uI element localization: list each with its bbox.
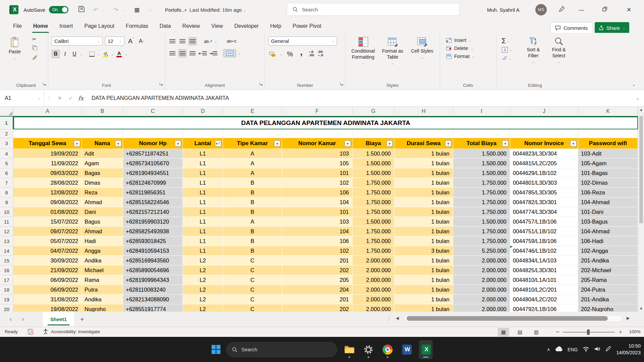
cell-E10[interactable]: B bbox=[223, 207, 282, 217]
filter-button-F[interactable]: ▾ bbox=[344, 140, 351, 146]
cell-C9[interactable]: +6285156224546 bbox=[123, 197, 183, 207]
cell-A1-merged-title[interactable]: DATA PELANGGAN APARTEMEN ADIWINATA JAKAR… bbox=[13, 117, 638, 129]
number-dialog-launcher[interactable] bbox=[340, 81, 343, 87]
cell-F19[interactable]: 201 bbox=[282, 295, 353, 304]
cell-J15[interactable]: 0044834/L1A/103 bbox=[510, 256, 578, 265]
cell-G16[interactable]: 2.000.000 bbox=[353, 265, 394, 275]
increase-decimal-icon[interactable]: ←0.00 bbox=[309, 51, 314, 57]
cell-D6[interactable]: L1 bbox=[183, 168, 223, 178]
row-header-14[interactable]: 14 bbox=[0, 246, 13, 256]
cell-J16[interactable]: 0044825/L3D/301 bbox=[510, 265, 578, 275]
cell-H15[interactable]: 1 bulan bbox=[394, 256, 453, 265]
font-color-icon[interactable]: A bbox=[115, 50, 123, 58]
column-header-B[interactable]: B bbox=[82, 107, 123, 117]
cell-K5[interactable]: 105-Agam bbox=[578, 159, 638, 168]
align-left-icon[interactable] bbox=[168, 49, 176, 57]
ribbon-tab-review[interactable]: Review bbox=[177, 19, 206, 33]
cell-A20[interactable]: 19/08/2022 bbox=[13, 304, 82, 312]
row-header-17[interactable]: 17 bbox=[0, 275, 13, 285]
settings-button[interactable] bbox=[362, 340, 375, 359]
alignment-dialog-launcher[interactable] bbox=[259, 81, 263, 87]
ribbon-tab-insert[interactable]: Insert bbox=[54, 19, 78, 33]
cell-C16[interactable]: +6285890054696 bbox=[123, 265, 183, 275]
pen-icon[interactable] bbox=[605, 346, 611, 353]
ribbon-tab-file[interactable]: File bbox=[7, 19, 28, 33]
filter-button-H[interactable]: ▾ bbox=[445, 140, 451, 146]
cell-H18[interactable]: 1 bulan bbox=[394, 285, 453, 295]
cell-C11[interactable]: +6281959903120 bbox=[123, 217, 183, 227]
page-break-view-icon[interactable]: ▥ bbox=[531, 328, 542, 337]
cell-F6[interactable]: 101 bbox=[282, 168, 353, 178]
cell-C13[interactable]: +628593018425 bbox=[123, 236, 183, 246]
cell-J18[interactable]: 0044810/L2C/201 bbox=[510, 285, 578, 295]
cell-G18[interactable]: 2.000.000 bbox=[353, 285, 394, 295]
cell-D20[interactable]: L2 bbox=[183, 304, 223, 312]
tabbar-more-icon[interactable]: ⋮ bbox=[386, 315, 391, 321]
cell-H9[interactable]: 1 bulan bbox=[394, 197, 453, 207]
cell-C12[interactable]: +6285825493938 bbox=[123, 227, 183, 236]
column-header-C[interactable]: C bbox=[123, 107, 183, 117]
cell-G13[interactable]: 1.750.000 bbox=[353, 236, 394, 246]
cell-F8[interactable]: 106 bbox=[282, 188, 353, 197]
cell-A5[interactable]: 11/09/2022 bbox=[13, 159, 82, 168]
cell-I12[interactable]: 1.750.000 bbox=[453, 227, 510, 236]
accounting-format-icon[interactable] bbox=[268, 50, 276, 58]
cell-H8[interactable]: 1 bulan bbox=[394, 188, 453, 197]
cell-I20[interactable]: 2.000.000 bbox=[453, 304, 510, 312]
cell-K20[interactable]: 202-Nugroho bbox=[578, 304, 638, 312]
cell-D17[interactable]: L2 bbox=[183, 275, 223, 285]
cell-F4[interactable]: 103 bbox=[282, 149, 353, 159]
cell-A3[interactable]: Tanggal Sewa▾ bbox=[13, 138, 82, 149]
row-header-18[interactable]: 18 bbox=[0, 285, 13, 295]
cell-G10[interactable]: 1.750.000 bbox=[353, 207, 394, 217]
cell-A9[interactable]: 09/08/2022 bbox=[13, 197, 82, 207]
cell-B13[interactable]: Hadi bbox=[82, 236, 123, 246]
cell-K4[interactable]: 103-Adit bbox=[578, 149, 638, 159]
row-header-6[interactable]: 6 bbox=[0, 168, 13, 178]
row-header-8[interactable]: 8 bbox=[0, 188, 13, 197]
cell-K13[interactable]: 106-Hadi bbox=[578, 236, 638, 246]
cell-G20[interactable]: 2.000.000 bbox=[353, 304, 394, 312]
ribbon-tab-data[interactable]: Data bbox=[154, 19, 177, 33]
copy-icon[interactable] bbox=[32, 45, 37, 52]
sort-filter-button[interactable]: AZ Sort & Filter⌄ bbox=[523, 37, 544, 64]
insert-cells-button[interactable]: Insert⌄ bbox=[446, 38, 496, 43]
cell-J19[interactable]: 0044804/L2C/202 bbox=[510, 295, 578, 304]
excel-app-icon[interactable]: X bbox=[9, 5, 18, 14]
cell-G6[interactable]: 1.500.000 bbox=[353, 168, 394, 178]
ribbon-tab-power-pivot[interactable]: Power Pivot bbox=[287, 19, 327, 33]
cell-C7[interactable]: +628124670999 bbox=[123, 178, 183, 188]
cell-H5[interactable]: 1 bulan bbox=[394, 159, 453, 168]
onedrive-cloud-icon[interactable] bbox=[555, 346, 562, 353]
cell-I18[interactable]: 2.000.000 bbox=[453, 285, 510, 295]
clipboard-dialog-launcher[interactable] bbox=[43, 81, 46, 87]
cell-G19[interactable]: 2.000.000 bbox=[353, 295, 394, 304]
cell-B20[interactable]: Nugroho bbox=[82, 304, 123, 312]
ribbon-tab-formulas[interactable]: Formulas bbox=[120, 19, 154, 33]
cell-D7[interactable]: L1 bbox=[183, 178, 223, 188]
horizontal-scroll-thumb[interactable] bbox=[407, 316, 608, 321]
sheet-tab-sheet1[interactable]: Sheet1 bbox=[43, 312, 74, 326]
row-header-2[interactable]: 2 bbox=[0, 129, 13, 138]
undo-icon[interactable]: ↶ bbox=[93, 6, 98, 13]
normal-view-icon[interactable]: ▦ bbox=[498, 328, 509, 337]
file-explorer-button[interactable] bbox=[343, 340, 356, 359]
cell-K8[interactable]: 106-Reza bbox=[578, 188, 638, 197]
font-dialog-launcher[interactable] bbox=[159, 81, 163, 87]
fill-color-icon[interactable] bbox=[102, 50, 110, 58]
cell-B5[interactable]: Agam bbox=[82, 159, 123, 168]
font-size-select[interactable]: 12⌄ bbox=[105, 37, 124, 46]
cell-B16[interactable]: Michael bbox=[82, 265, 123, 275]
cell-H2[interactable] bbox=[394, 129, 453, 138]
cell-J9[interactable]: 0044782/L3D/301 bbox=[510, 197, 578, 207]
cell-D19[interactable]: L2 bbox=[183, 295, 223, 304]
accounting-dropdown-icon[interactable]: ⌄ bbox=[280, 52, 282, 56]
ribbon-tab-home[interactable]: Home bbox=[28, 19, 54, 33]
cell-D2[interactable] bbox=[183, 129, 223, 138]
cell-F12[interactable]: 104 bbox=[282, 227, 353, 236]
cell-H17[interactable]: 1 bulan bbox=[394, 275, 453, 285]
cell-F7[interactable]: 102 bbox=[282, 178, 353, 188]
autosave-toggle[interactable]: On bbox=[49, 6, 68, 13]
cell-D5[interactable]: L1 bbox=[183, 159, 223, 168]
cell-F15[interactable]: 201 bbox=[282, 256, 353, 265]
